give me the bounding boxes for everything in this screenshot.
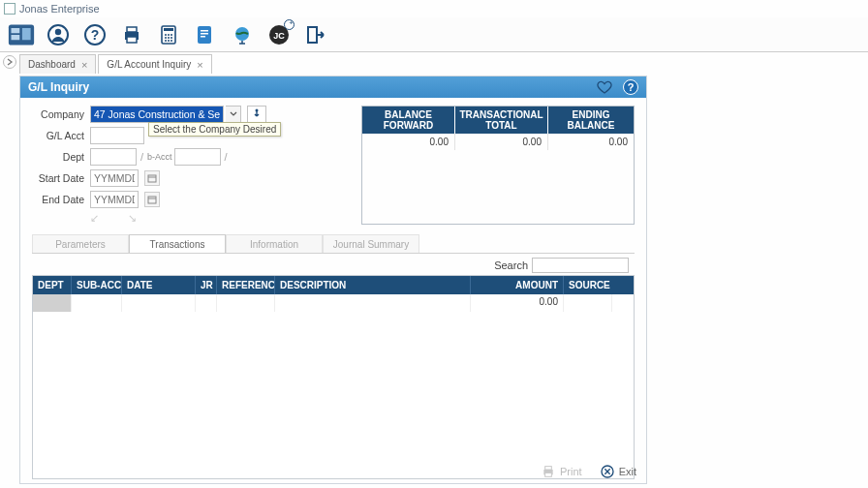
svg-point-5 [55,28,61,34]
svg-point-19 [165,40,167,42]
cell-source [564,294,612,312]
favorite-icon[interactable] [596,78,613,96]
home-module-button[interactable] [8,21,35,48]
col-amount[interactable]: AMOUNT [471,276,564,294]
calendar-icon [147,173,157,183]
tab-label: Dashboard [28,55,76,75]
tab-dashboard[interactable]: Dashboard × [19,54,96,74]
notes-button[interactable] [192,21,219,48]
col-source[interactable]: SOURCE [564,276,612,294]
col-reference[interactable]: REFERENCE [217,276,275,294]
svg-point-15 [170,34,172,36]
startdate-input[interactable] [90,169,139,187]
cell-desc [275,294,471,312]
col-jr[interactable]: JR [196,276,217,294]
panel-header: G/L Inquiry ? [20,76,646,98]
svg-point-14 [168,34,170,36]
exit-app-button[interactable] [302,21,329,48]
tab-transactions[interactable]: Transactions [129,234,226,253]
svg-rect-29 [308,27,317,43]
user-button[interactable] [45,21,72,48]
col-date[interactable]: DATE [122,276,196,294]
expand-sidebar-button[interactable] [3,55,16,69]
search-label: Search [494,259,528,271]
chevron-down-icon [230,111,237,117]
exit-footer-button[interactable]: Exit [600,464,636,479]
enddate-calendar-button[interactable] [144,192,160,207]
ending-balance-header: ENDING BALANCE [548,107,634,134]
globe-button[interactable] [229,21,256,48]
exit-label: Exit [619,466,636,477]
svg-text:JC: JC [273,31,285,41]
startdate-label: Start Date [32,172,90,184]
col-description[interactable]: DESCRIPTION [275,276,471,294]
glacct-input[interactable] [90,127,144,144]
startdate-calendar-button[interactable] [144,170,160,186]
svg-rect-1 [12,28,20,33]
svg-point-30 [256,109,259,112]
company-tooltip: Select the Company Desired [148,122,281,137]
transactional-total-value: 0.00 [455,134,548,150]
help-button[interactable]: ? [81,21,108,48]
tab-label: G/L Account Inquiry [107,55,191,75]
panel-footer: Print Exit [541,464,636,479]
print-button[interactable] [118,21,145,48]
tab-parameters[interactable]: Parameters [32,234,129,253]
company-lookup-button[interactable] [247,106,266,123]
svg-rect-22 [198,26,211,44]
tab-gl-account-inquiry[interactable]: G/L Account Inquiry × [98,54,211,74]
glacct-label: G/L Acct [32,130,90,141]
gl-inquiry-panel: G/L Inquiry ? Company Select the Company… [19,76,647,484]
company-label: Company [32,108,90,120]
jc-button[interactable]: JC [265,21,293,48]
company-dropdown-button[interactable] [226,106,241,123]
dept-input[interactable] [90,148,137,166]
balance-summary: BALANCE FORWARD TRANSACTIONAL TOTAL ENDI… [361,106,635,225]
svg-rect-23 [201,30,208,32]
cell-amount: 0.00 [471,294,564,312]
cell-date [122,294,196,312]
svg-rect-33 [148,197,156,203]
print-footer-button: Print [541,464,582,479]
dept-label: Dept [32,151,90,163]
col-dept[interactable]: DEPT [33,276,72,294]
panel-help-button[interactable]: ? [623,79,638,95]
col-subacct[interactable]: SUB-ACCT [72,276,122,294]
next-icon[interactable]: ↘ [128,212,137,225]
svg-rect-2 [12,35,20,40]
svg-point-16 [165,37,167,39]
svg-point-17 [168,37,170,39]
print-label: Print [560,466,582,477]
calculator-button[interactable] [155,21,182,48]
company-input[interactable] [90,106,224,123]
subacct-label: b-Acct [147,152,172,162]
prev-icon[interactable]: ↙ [90,212,99,225]
parameters-form: Company Select the Company Desired G/L A… [32,106,266,225]
tab-information[interactable]: Information [226,234,323,253]
close-circle-icon [600,464,615,479]
inner-tab-strip: Parameters Transactions Information Jour… [32,234,635,254]
tab-journal-summary[interactable]: Journal Summary [323,234,419,253]
table-row[interactable]: 0.00 [33,294,634,312]
svg-point-13 [165,34,167,36]
svg-text:?: ? [91,27,100,43]
svg-rect-3 [22,28,31,40]
close-icon[interactable]: × [197,55,202,75]
subacct-input[interactable] [174,148,221,166]
calendar-icon [147,195,157,204]
svg-rect-24 [201,33,208,35]
enddate-input[interactable] [90,191,139,208]
document-tab-strip: Dashboard × G/L Account Inquiry × [0,52,868,74]
ending-balance-value: 0.00 [548,134,634,150]
pin-down-icon [251,108,263,120]
printer-icon [541,464,556,479]
close-icon[interactable]: × [81,55,87,75]
search-input[interactable] [532,258,629,273]
svg-rect-25 [201,36,205,38]
balance-forward-value: 0.00 [362,134,455,150]
svg-point-18 [170,37,172,39]
svg-rect-36 [545,467,552,470]
svg-point-20 [168,40,170,42]
window-title-bar: Jonas Enterprise [0,0,868,17]
panel-title: G/L Inquiry [28,80,89,94]
